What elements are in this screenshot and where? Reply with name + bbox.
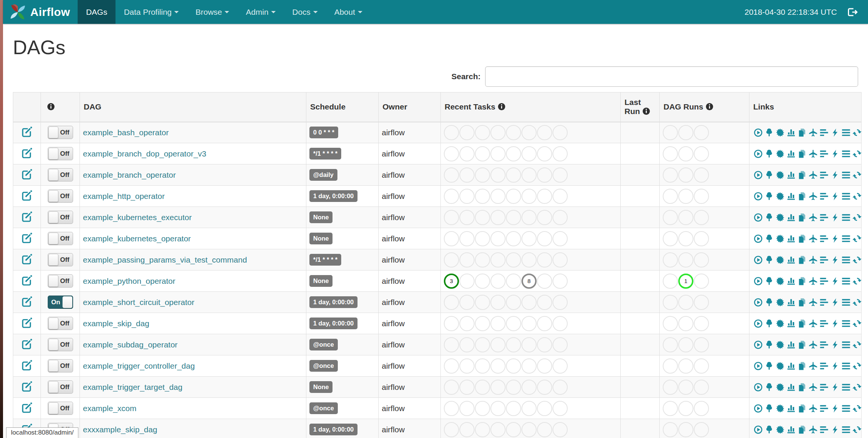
dag-pause-toggle[interactable]: Off xyxy=(48,147,73,160)
edit-dag-icon[interactable] xyxy=(21,317,33,328)
refresh-icon[interactable] xyxy=(852,319,862,328)
logs-icon[interactable] xyxy=(841,171,851,180)
refresh-icon[interactable] xyxy=(852,213,862,222)
task-tries-icon[interactable] xyxy=(798,425,807,434)
dag-link[interactable]: example_subdag_operator xyxy=(83,340,178,349)
edit-dag-icon[interactable] xyxy=(21,232,33,244)
refresh-icon[interactable] xyxy=(852,298,862,307)
graph-view-icon[interactable] xyxy=(776,128,785,137)
schedule-badge[interactable]: None xyxy=(309,381,333,393)
gantt-icon[interactable] xyxy=(820,128,829,137)
nav-item-data-profiling[interactable]: Data Profiling xyxy=(116,0,187,24)
graph-view-icon[interactable] xyxy=(776,171,785,180)
dag-link[interactable]: example_branch_operator xyxy=(83,171,176,179)
landing-times-icon[interactable] xyxy=(809,383,818,392)
code-icon[interactable] xyxy=(831,425,840,434)
edit-dag-icon[interactable] xyxy=(21,190,33,201)
refresh-icon[interactable] xyxy=(852,192,862,201)
trigger-dag-icon[interactable] xyxy=(754,149,763,158)
refresh-icon[interactable] xyxy=(852,383,862,392)
dag-pause-toggle[interactable]: Off xyxy=(48,253,73,266)
task-duration-icon[interactable] xyxy=(787,340,796,349)
tree-view-icon[interactable] xyxy=(765,171,774,180)
task-state-circle[interactable]: 8 xyxy=(521,274,537,289)
refresh-icon[interactable] xyxy=(852,149,862,158)
search-input[interactable] xyxy=(485,66,858,87)
dag-pause-toggle[interactable]: Off xyxy=(48,380,73,394)
nav-item-browse[interactable]: Browse xyxy=(187,0,237,24)
logs-icon[interactable] xyxy=(841,255,851,264)
tree-view-icon[interactable] xyxy=(765,383,774,392)
task-duration-icon[interactable] xyxy=(787,319,796,328)
graph-view-icon[interactable] xyxy=(776,213,785,222)
landing-times-icon[interactable] xyxy=(809,128,818,137)
landing-times-icon[interactable] xyxy=(809,234,818,243)
refresh-icon[interactable] xyxy=(852,340,862,349)
trigger-dag-icon[interactable] xyxy=(754,128,763,137)
code-icon[interactable] xyxy=(831,128,840,137)
task-tries-icon[interactable] xyxy=(798,213,807,222)
gantt-icon[interactable] xyxy=(820,255,829,264)
logs-icon[interactable] xyxy=(841,425,851,434)
dag-pause-toggle[interactable]: Off xyxy=(48,232,73,245)
task-duration-icon[interactable] xyxy=(787,255,796,264)
schedule-badge[interactable]: @once xyxy=(309,402,338,414)
dag-pause-toggle[interactable]: Off xyxy=(48,359,73,372)
trigger-dag-icon[interactable] xyxy=(754,340,763,349)
code-icon[interactable] xyxy=(831,404,840,413)
gantt-icon[interactable] xyxy=(820,213,829,222)
logs-icon[interactable] xyxy=(841,128,851,137)
edit-dag-icon[interactable] xyxy=(21,253,33,265)
dag-link[interactable]: example_trigger_controller_dag xyxy=(83,361,195,370)
dag-link[interactable]: example_trigger_target_dag xyxy=(83,383,183,391)
tree-view-icon[interactable] xyxy=(765,213,774,222)
landing-times-icon[interactable] xyxy=(809,171,818,180)
schedule-badge[interactable]: */1 * * * * xyxy=(309,254,341,266)
schedule-badge[interactable]: 1 day, 0:00:00 xyxy=(309,296,358,308)
graph-view-icon[interactable] xyxy=(776,234,785,243)
task-tries-icon[interactable] xyxy=(798,149,807,158)
tree-view-icon[interactable] xyxy=(765,340,774,349)
graph-view-icon[interactable] xyxy=(776,277,785,286)
task-state-circle[interactable]: 3 xyxy=(444,274,459,289)
tree-view-icon[interactable] xyxy=(765,319,774,328)
schedule-badge[interactable]: @once xyxy=(309,360,338,372)
gantt-icon[interactable] xyxy=(820,404,829,413)
schedule-badge[interactable]: 1 day, 0:00:00 xyxy=(309,424,358,435)
edit-dag-icon[interactable] xyxy=(21,275,33,286)
logout-icon[interactable] xyxy=(847,7,858,17)
tree-view-icon[interactable] xyxy=(765,149,774,158)
code-icon[interactable] xyxy=(831,171,840,180)
edit-dag-icon[interactable] xyxy=(21,360,33,371)
tree-view-icon[interactable] xyxy=(765,361,774,371)
tree-view-icon[interactable] xyxy=(765,404,774,413)
nav-item-about[interactable]: About xyxy=(326,0,371,24)
code-icon[interactable] xyxy=(831,192,840,201)
gantt-icon[interactable] xyxy=(820,192,829,201)
code-icon[interactable] xyxy=(831,383,840,392)
task-duration-icon[interactable] xyxy=(787,171,796,180)
dag-pause-toggle[interactable]: On xyxy=(48,296,73,309)
logs-icon[interactable] xyxy=(841,319,851,328)
code-icon[interactable] xyxy=(831,213,840,222)
task-tries-icon[interactable] xyxy=(798,404,807,413)
logs-icon[interactable] xyxy=(841,404,851,413)
graph-view-icon[interactable] xyxy=(776,298,785,307)
tree-view-icon[interactable] xyxy=(765,277,774,286)
logs-icon[interactable] xyxy=(841,192,851,201)
dag-link[interactable]: example_passing_params_via_test_command xyxy=(83,255,247,264)
dag-pause-toggle[interactable]: Off xyxy=(48,168,73,181)
task-duration-icon[interactable] xyxy=(787,192,796,201)
airflow-brand[interactable]: Airflow xyxy=(3,0,78,24)
trigger-dag-icon[interactable] xyxy=(754,404,763,413)
dag-link[interactable]: example_kubernetes_operator xyxy=(83,234,191,243)
task-tries-icon[interactable] xyxy=(798,192,807,201)
gantt-icon[interactable] xyxy=(820,277,829,286)
task-tries-icon[interactable] xyxy=(798,234,807,243)
gantt-icon[interactable] xyxy=(820,319,829,328)
trigger-dag-icon[interactable] xyxy=(754,192,763,201)
dag-link[interactable]: example_skip_dag xyxy=(83,319,149,328)
trigger-dag-icon[interactable] xyxy=(754,277,763,286)
dag-pause-toggle[interactable]: Off xyxy=(48,274,73,288)
graph-view-icon[interactable] xyxy=(776,319,785,328)
